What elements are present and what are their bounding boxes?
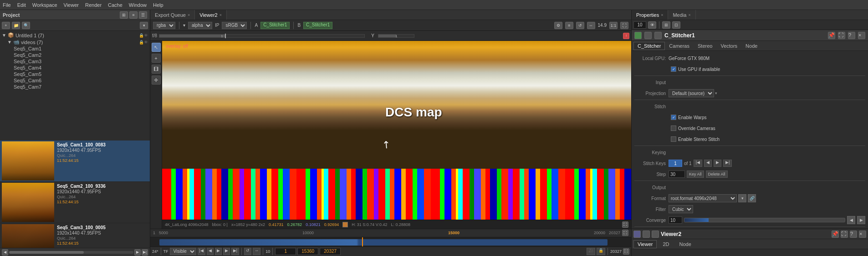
tab-properties-close[interactable]: × — [661, 13, 663, 17]
add-btn[interactable]: + — [2, 22, 10, 29]
subtab-stereo[interactable]: Stereo — [694, 42, 716, 50]
tl-bottom-expand[interactable]: ⛶ — [623, 248, 629, 255]
viewer2-icon2[interactable] — [643, 231, 650, 238]
format-link-icon[interactable]: 🔗 — [748, 194, 756, 202]
viewer2-subtab-node[interactable]: Node — [675, 240, 695, 248]
node-maximize-btn[interactable]: ⛶ — [838, 32, 845, 39]
status-expand-btn[interactable]: ⛶ — [622, 221, 628, 228]
viewer-ratio-btn[interactable]: 1:1 — [609, 22, 618, 29]
filter-btn[interactable]: ▾ — [140, 22, 148, 29]
thumb-item-cam2[interactable]: Seq5_Cam2_100_9336 1920x1440 47.95FPS Qu… — [0, 182, 150, 223]
subtab-cameras[interactable]: Cameras — [665, 42, 694, 50]
node-pin-btn[interactable]: 📌 — [828, 32, 835, 39]
tree-cam4[interactable]: Seq5_Cam4 — [0, 65, 150, 71]
tree-cam3[interactable]: Seq5_Cam3 — [0, 58, 150, 65]
subtab-node[interactable]: Node — [741, 42, 761, 50]
props-btn2[interactable]: ⊡ — [672, 21, 680, 29]
key-all-btn[interactable]: Key All — [687, 171, 704, 178]
menu-viewer[interactable]: Viewer — [64, 2, 79, 8]
sk-prev-btn[interactable]: ◀ — [704, 160, 712, 167]
props-eye-btn[interactable]: 👁 — [648, 21, 656, 29]
left-scroll-down[interactable]: ▶ — [134, 249, 141, 256]
filter-select[interactable]: Cubic — [669, 205, 693, 213]
tree-videos-eye[interactable]: 👁 — [144, 40, 148, 45]
viewer2-help[interactable]: ? — [850, 231, 857, 238]
tree-videos[interactable]: ▼ 📹 videos (7) 🔒 👁 — [0, 39, 150, 45]
menu-file[interactable]: File — [3, 2, 11, 8]
viewer2-maximize[interactable]: ⛶ — [841, 231, 848, 238]
tree-cam6[interactable]: Seq5_Cam6 — [0, 77, 150, 84]
props-counter[interactable] — [633, 21, 646, 29]
subtab-vectors[interactable]: Vectors — [716, 42, 741, 50]
node-color-swatch[interactable] — [634, 32, 642, 39]
node-icon2[interactable] — [644, 32, 652, 39]
tool-add[interactable]: + — [152, 54, 161, 63]
delete-all-btn[interactable]: Delete All — [706, 171, 728, 178]
tl-loop-btn[interactable]: ↺ — [244, 248, 251, 255]
menu-help[interactable]: Help — [153, 2, 163, 8]
stitch-keys-input[interactable] — [669, 160, 682, 167]
projection-select[interactable]: Default (source) — [669, 89, 714, 97]
sk-next-btn[interactable]: ▶ — [714, 160, 721, 167]
left-scroll-up[interactable]: ◀ — [2, 249, 8, 256]
tab-export-queue-close[interactable]: × — [188, 13, 190, 17]
tl-expand-btn[interactable]: ⛶ — [622, 230, 628, 236]
tl-playhead[interactable] — [362, 237, 363, 246]
thumb-item-cam3[interactable]: Seq5_Cam3_100_0005 1920x1440 47.95FPS Qu… — [0, 223, 150, 248]
left-scroll-end[interactable]: ▶| — [142, 249, 148, 256]
tab-media-close[interactable]: × — [688, 13, 690, 17]
props-btn1[interactable]: ⊞ — [662, 21, 670, 29]
menu-cache[interactable]: Cache — [108, 2, 123, 8]
tl-play[interactable]: ▶ — [215, 248, 222, 255]
menu-render[interactable]: Render — [85, 2, 102, 8]
tl-fwd-end[interactable]: ▶| — [231, 248, 239, 255]
node-a-selector[interactable]: C_Stitcher1 — [260, 22, 290, 29]
tab-viewer2-close[interactable]: × — [220, 13, 222, 17]
channel-select[interactable]: rgba — [153, 22, 175, 29]
converge-icon2[interactable]: ▶ — [857, 216, 865, 224]
menu-window[interactable]: Window — [129, 2, 147, 8]
enable-warps-checkbox[interactable] — [671, 115, 676, 120]
format-select[interactable]: root.format 4096x2048 — [669, 194, 737, 202]
viewer-settings-btn[interactable]: ⚙ — [554, 22, 562, 29]
tab-media[interactable]: Media × — [668, 10, 695, 20]
project-layout-btn1[interactable]: ⊞ — [120, 11, 128, 19]
tl-lock-btn[interactable]: 🔒 — [597, 248, 605, 255]
tree-root[interactable]: ▼ 📦 Untitled 1 (7) 🔒 👁 — [0, 32, 150, 39]
node-icon3[interactable] — [654, 32, 662, 39]
tl-frame-out-input[interactable] — [320, 248, 341, 255]
search-btn[interactable]: 🔍 — [22, 22, 30, 29]
tree-cam1[interactable]: Seq5_Cam1 — [0, 45, 150, 52]
use-gpu-checkbox[interactable] — [671, 66, 676, 72]
viewer2-close[interactable]: × — [859, 231, 866, 238]
thumb-item-cam1[interactable]: Seq5_Cam1_100_0083 1920x1440 47.95FPS Qu… — [0, 141, 150, 182]
viewer-refresh-btn[interactable]: ↺ — [576, 22, 584, 29]
subtab-cstitcher[interactable]: C_Stitcher — [633, 42, 665, 50]
viewer2-subtab-2d[interactable]: 2D — [659, 240, 673, 248]
folder-btn[interactable]: 📁 — [12, 22, 20, 29]
tl-back-start[interactable]: |◀ — [198, 248, 205, 255]
viewer2-pin[interactable]: 📌 — [832, 231, 839, 238]
tl-cam-btn[interactable]: 🎥 — [587, 248, 595, 255]
alpha-select[interactable]: alpha — [188, 22, 212, 29]
timeline-bar[interactable] — [150, 237, 631, 246]
node-b-selector[interactable]: C_Stitcher1 — [303, 22, 332, 29]
tree-cam2[interactable]: Seq5_Cam2 — [0, 52, 150, 58]
converge-slider[interactable] — [684, 218, 845, 222]
viewer2-color[interactable] — [633, 231, 641, 238]
tree-cam7[interactable]: Seq5_Cam7 — [0, 84, 150, 90]
viewer-expand-btn[interactable]: ⛶ — [620, 22, 628, 29]
tool-select[interactable]: ↖ — [152, 43, 161, 52]
viewer-info-btn[interactable]: ≡ — [565, 22, 573, 29]
viewer-canvas[interactable]: overlay: off DCS map ↙ 4K_LatLong 4096x2… — [162, 41, 631, 229]
tool-film[interactable]: 🎞 — [152, 65, 161, 74]
tree-eye-icon[interactable]: 👁 — [144, 33, 148, 38]
step-input[interactable] — [669, 171, 685, 178]
viewer2-subtab-viewer[interactable]: Viewer — [633, 240, 657, 248]
node-help-btn[interactable]: ? — [848, 32, 855, 39]
project-menu-btn[interactable]: ☰ — [139, 11, 147, 19]
tl-frame-in-input[interactable] — [275, 248, 296, 255]
tool-move[interactable]: ✛ — [152, 75, 161, 85]
tl-fwd-frame[interactable]: ▶ — [223, 248, 230, 255]
tree-cam5[interactable]: Seq5_Cam5 — [0, 71, 150, 77]
